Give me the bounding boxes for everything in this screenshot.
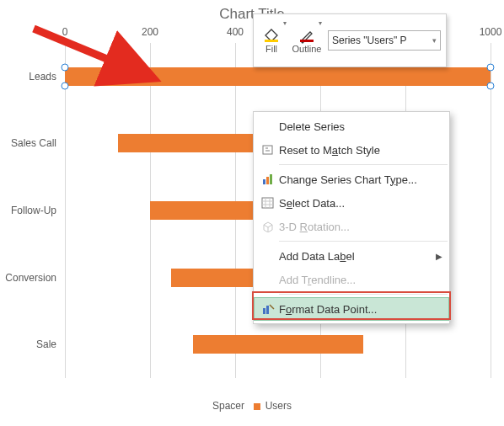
menu-add-data-label[interactable]: Add Data Label ▶ [254,244,449,268]
outline-label: Outline [292,44,322,54]
legend-entry-users[interactable]: Users [265,400,292,412]
select-data-icon [257,197,279,209]
category-label: Sale [4,338,56,350]
cube-icon [257,221,279,232]
menu-label: Add Trendline... [279,274,442,286]
category-label: Leads [4,71,56,83]
menu-add-trendline: Add Trendline... [254,268,449,291]
menu-3d-rotation: 3-D Rotation... [254,215,449,238]
fill-label: Fill [265,44,277,54]
menu-change-chart-type[interactable]: Change Series Chart Type... [254,168,449,191]
category-label: Follow-Up [4,205,56,216]
menu-label: Delete Series [279,120,442,133]
svg-marker-2 [265,29,277,41]
selection-handle[interactable] [62,83,69,90]
x-tick-label: 1000 [480,26,502,38]
x-gridline [491,43,491,378]
chevron-down-icon: ▾ [319,19,322,27]
chevron-down-icon: ▾ [432,36,437,45]
svg-rect-10 [263,308,265,314]
svg-rect-5 [263,146,272,154]
x-tick-label: 200 [142,26,158,38]
bar-sale[interactable] [193,335,363,354]
menu-label: 3-D Rotation... [279,221,442,233]
svg-rect-6 [263,179,265,184]
menu-label: Reset to Match Style [279,144,442,157]
svg-rect-11 [266,306,269,314]
svg-rect-3 [265,40,278,42]
x-tick-label: 0 [62,26,68,38]
svg-rect-8 [270,174,272,184]
menu-reset-match-style[interactable]: Reset to Match Style [254,138,449,162]
chart-legend[interactable]: Spacer Users [4,400,500,412]
menu-label: Select Data... [279,197,442,210]
bar-leads[interactable] [65,67,491,86]
x-gridline [65,43,66,378]
legend-entry-spacer[interactable]: Spacer [212,400,244,412]
menu-label: Format Data Point... [279,303,442,316]
svg-rect-4 [300,40,314,42]
mini-format-toolbar: ▾ Fill ▾ Outline Series "Users" P ▾ [253,13,447,67]
paint-bucket-icon [263,27,280,44]
menu-separator [279,241,448,242]
series-selector-text: Series "Users" P [332,35,407,46]
selection-handle[interactable] [487,83,495,90]
menu-separator [279,164,448,165]
pen-icon [298,27,315,44]
svg-rect-7 [266,177,269,184]
menu-select-data[interactable]: Select Data... [254,191,449,215]
series-context-menu: Delete Series Reset to Match Style Chang… [253,111,450,324]
selection-handle[interactable] [62,64,69,72]
outline-button[interactable]: ▾ Outline [289,14,324,67]
format-point-icon [257,303,279,315]
svg-rect-9 [262,198,273,208]
category-label: Conversion [4,272,56,284]
x-tick-label: 400 [227,26,244,38]
submenu-arrow-icon: ▶ [436,252,442,261]
legend-swatch-users [254,403,260,410]
menu-label: Change Series Chart Type... [279,173,442,186]
fill-button[interactable]: ▾ Fill [254,14,289,67]
reset-icon [257,144,279,156]
chevron-down-icon: ▾ [283,19,287,27]
series-selector-dropdown[interactable]: Series "Users" P ▾ [328,30,441,51]
menu-separator [279,294,448,295]
menu-format-data-point[interactable]: Format Data Point... [254,297,449,321]
chart-type-icon [257,173,279,185]
selection-handle[interactable] [487,64,495,72]
category-label: Sales Call [4,137,56,149]
menu-delete-series[interactable]: Delete Series [254,114,449,138]
menu-label: Add Data Label [279,250,436,263]
